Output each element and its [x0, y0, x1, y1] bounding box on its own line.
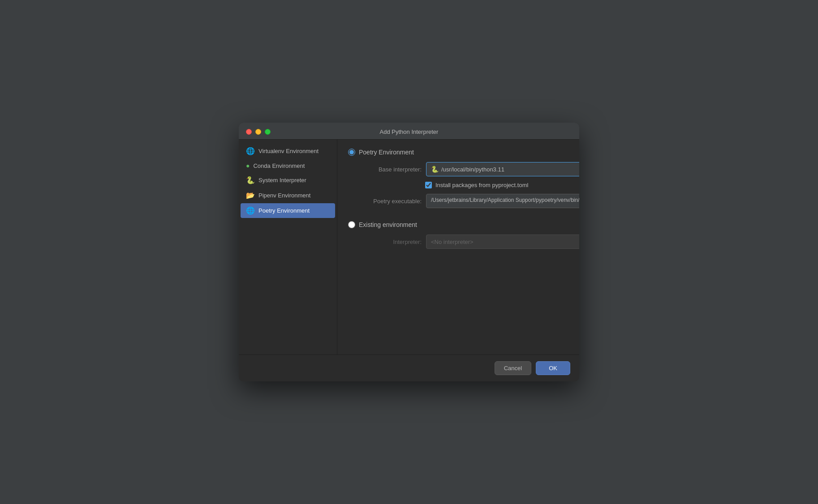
sidebar-label-conda: Conda Environment — [253, 162, 305, 169]
interpreter-dropdown: <No interpreter> ▾ — [426, 235, 579, 249]
section-divider — [348, 214, 579, 215]
main-panel: Poetry Environment Base interpreter: 🐍 /… — [337, 140, 579, 355]
add-python-interpreter-dialog: Add Python Interpreter 🌐 Virtualenv Envi… — [239, 123, 579, 381]
poetry-executable-path: /Users/jetbrains/Library/Application Sup… — [426, 194, 579, 208]
system-icon: 🐍 — [246, 176, 255, 184]
sidebar-label-virtualenv: Virtualenv Environment — [258, 148, 319, 154]
existing-env-radio-row[interactable]: Existing environment — [348, 221, 579, 228]
new-env-section: Poetry Environment Base interpreter: 🐍 /… — [348, 149, 579, 249]
minimize-button[interactable] — [255, 129, 261, 135]
new-env-radio[interactable] — [348, 149, 355, 156]
install-packages-row: Install packages from pyproject.toml — [359, 182, 579, 188]
dialog-body: 🌐 Virtualenv Environment ● Conda Environ… — [239, 140, 579, 355]
title-bar: Add Python Interpreter — [239, 123, 579, 140]
new-env-options: Base interpreter: 🐍 /usr/local/bin/pytho… — [348, 162, 579, 208]
sidebar-label-pipenv: Pipenv Environment — [258, 192, 310, 199]
poetry-icon: 🌐 — [246, 206, 255, 215]
poetry-executable-row: Poetry executable: /Users/jetbrains/Libr… — [359, 194, 579, 208]
base-interpreter-value: /usr/local/bin/python3.11 — [441, 166, 504, 173]
install-packages-label: Install packages from pyproject.toml — [435, 182, 528, 188]
interpreter-row: Interpreter: <No interpreter> ▾ ... — [359, 235, 579, 249]
interpreter-label: Interpreter: — [359, 239, 422, 245]
ok-button[interactable]: OK — [536, 361, 570, 375]
conda-icon: ● — [246, 162, 250, 169]
pipenv-icon: 📂 — [246, 191, 255, 200]
sidebar-item-poetry[interactable]: 🌐 Poetry Environment — [241, 203, 335, 218]
new-env-radio-row[interactable]: Poetry Environment — [348, 149, 579, 156]
base-interpreter-control: 🐍 /usr/local/bin/python3.11 ▾ ... — [426, 162, 579, 176]
dialog-footer: Cancel OK — [239, 355, 579, 381]
base-interpreter-dropdown[interactable]: 🐍 /usr/local/bin/python3.11 ▾ — [426, 162, 579, 176]
dialog-title: Add Python Interpreter — [380, 128, 439, 135]
traffic-lights — [246, 129, 271, 135]
sidebar-label-poetry: Poetry Environment — [258, 207, 310, 214]
sidebar-item-virtualenv[interactable]: 🌐 Virtualenv Environment — [241, 144, 335, 158]
virtualenv-icon: 🌐 — [246, 147, 255, 155]
sidebar-label-system: System Interpreter — [258, 177, 306, 184]
base-interpreter-row: Base interpreter: 🐍 /usr/local/bin/pytho… — [359, 162, 579, 176]
install-packages-checkbox[interactable] — [425, 182, 432, 188]
maximize-button[interactable] — [265, 129, 271, 135]
close-button[interactable] — [246, 129, 252, 135]
existing-env-options: Interpreter: <No interpreter> ▾ ... — [348, 235, 579, 249]
poetry-executable-label: Poetry executable: — [359, 198, 422, 205]
base-interpreter-label: Base interpreter: — [359, 166, 422, 173]
sidebar: 🌐 Virtualenv Environment ● Conda Environ… — [239, 140, 337, 355]
sidebar-item-system[interactable]: 🐍 System Interpreter — [241, 173, 335, 188]
dropdown-value-row: 🐍 /usr/local/bin/python3.11 — [431, 166, 504, 173]
new-env-radio-label: Poetry Environment — [359, 149, 414, 156]
interpreter-control: <No interpreter> ▾ ... — [426, 235, 579, 249]
existing-env-radio[interactable] — [348, 221, 355, 228]
existing-env-radio-label: Existing environment — [359, 221, 417, 228]
cancel-button[interactable]: Cancel — [495, 361, 531, 375]
sidebar-item-pipenv[interactable]: 📂 Pipenv Environment — [241, 188, 335, 203]
sidebar-item-conda[interactable]: ● Conda Environment — [241, 159, 335, 172]
interpreter-placeholder: <No interpreter> — [431, 239, 474, 245]
poetry-executable-control: /Users/jetbrains/Library/Application Sup… — [426, 194, 579, 208]
python-icon: 🐍 — [431, 166, 439, 173]
